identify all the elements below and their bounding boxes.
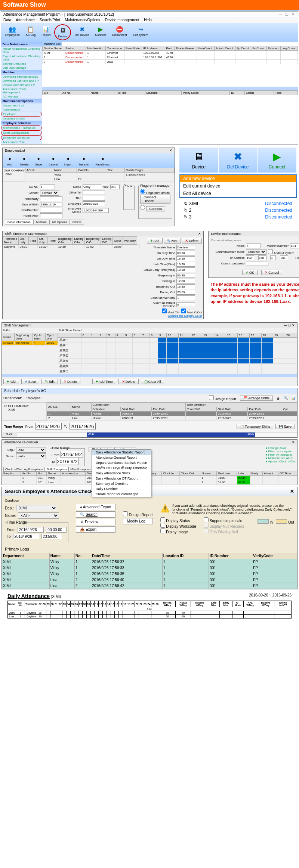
col-header[interactable]: IP Address: [142, 46, 165, 51]
menu-search[interactable]: Search/Print: [40, 18, 60, 22]
name-select[interactable]: <All>: [16, 453, 46, 459]
advanced-export-button[interactable]: ♦ Advanced Export: [76, 504, 115, 510]
col-header[interactable]: Auto-Assign: [61, 471, 85, 476]
col-header[interactable]: Ending C/In: [73, 237, 85, 245]
nationality-input[interactable]: [40, 196, 62, 201]
col-header[interactable]: Log Count: [280, 46, 298, 51]
sex-input[interactable]: [110, 185, 120, 189]
menu-help[interactable]: Help: [144, 18, 152, 22]
ip-3[interactable]: [270, 255, 276, 260]
simple-calc-checkbox[interactable]: [204, 517, 209, 522]
side-link[interactable]: ● Maintenance AL/BL: [266, 456, 296, 460]
connect-button[interactable]: ▶Connect: [258, 148, 297, 173]
sidebar-item[interactable]: AC Manage: [1, 94, 42, 99]
connect-device-button[interactable]: Connect Device: [140, 195, 170, 204]
gender-select[interactable]: Female: [40, 190, 59, 196]
add-button[interactable]: + Add: [3, 379, 19, 384]
col-header[interactable]: Status: [64, 46, 86, 51]
col-header[interactable]: UserCount: [197, 46, 215, 51]
android-checkbox[interactable]: [268, 249, 273, 254]
cancel-button[interactable]: ✕Cancel: [261, 270, 282, 275]
col-header[interactable]: Name: [89, 91, 117, 95]
add-time-button[interactable]: + Add Time: [92, 379, 116, 384]
col-header[interactable]: Comm type: [105, 46, 124, 51]
col-header[interactable]: Off-duty: [38, 237, 48, 245]
office-input[interactable]: [83, 190, 105, 195]
search-name-select[interactable]: <All>: [18, 512, 59, 519]
sidebar-item[interactable]: Upload user info and FP: [1, 83, 42, 87]
employee-grid[interactable]: AC No.NameCardNoTitleMobile/PagerVicky1.…: [25, 168, 175, 182]
col-header[interactable]: Color: [112, 237, 123, 245]
report-menu-item[interactable]: Daily Attendance Statistic Report: [92, 450, 151, 455]
acno-input[interactable]: [40, 185, 55, 189]
device-row[interactable]: ↻ XIMIDisconnected: [180, 200, 296, 207]
employees-button[interactable]: 👥Employees: [3, 24, 22, 40]
col-header[interactable]: Clock Out: [179, 471, 200, 476]
calc-tab[interactable]: Shift Exception: [45, 467, 68, 472]
design-report-checkbox[interactable]: [209, 395, 214, 400]
emp-tab[interactable]: Addition: [33, 220, 49, 224]
col-header[interactable]: Verify Mode: [182, 91, 230, 95]
bout-input[interactable]: [176, 284, 195, 289]
report-menu-item[interactable]: Attendance General Report: [92, 455, 151, 460]
mobile-input[interactable]: [83, 208, 109, 213]
minimize-icon[interactable]: —: [278, 12, 283, 16]
col-header[interactable]: Late: [237, 471, 250, 476]
calc-tab[interactable]: Misc Exception: [68, 467, 92, 472]
col-header[interactable]: Clock In: [162, 471, 180, 476]
col-header[interactable]: Time: [28, 237, 37, 245]
maximize-icon[interactable]: ☐: [288, 323, 291, 327]
close-icon[interactable]: ✕: [198, 232, 201, 236]
col-header[interactable]: Fc Count: [251, 46, 267, 51]
connect2-button[interactable]: Connect: [146, 206, 166, 211]
ip-4[interactable]: [280, 255, 288, 260]
bin-input[interactable]: [176, 273, 195, 278]
calc-to-input[interactable]: [56, 458, 78, 465]
col-header[interactable]: Early: [250, 471, 262, 476]
sidebar-item[interactable]: Export Attendance Checking Data: [1, 54, 42, 62]
machine-number-input[interactable]: [290, 244, 299, 248]
on-input[interactable]: [176, 251, 195, 255]
col-header[interactable]: Time: [274, 91, 298, 95]
close-icon[interactable]: ✕: [169, 149, 172, 152]
modify-log-button[interactable]: Modify Log: [123, 518, 153, 524]
name-input[interactable]: [83, 185, 101, 189]
close-icon[interactable]: ✕: [290, 12, 296, 16]
delete-button[interactable]: ✕Delete: [182, 238, 202, 244]
col-header[interactable]: OT Time: [278, 471, 297, 476]
side-link[interactable]: ● Append Clock In/Out: [266, 460, 296, 463]
search-from-date[interactable]: [18, 527, 44, 533]
col-header[interactable]: ID: [230, 91, 244, 95]
emp-tab[interactable]: AC Options: [49, 220, 70, 224]
col-header[interactable]: No.: [37, 471, 47, 476]
device-row[interactable]: ↻ 3Disconnected: [180, 214, 296, 220]
cmo-input[interactable]: [176, 302, 195, 307]
delete-button[interactable]: ●Delete: [18, 154, 31, 167]
col-header[interactable]: Timetable Name: [3, 237, 19, 245]
timetable-grid[interactable]: Timetable NameOn-dutyTimeOff-dutyTimeBeg…: [3, 236, 140, 249]
close-icon[interactable]: ✕: [292, 323, 295, 327]
eout-input[interactable]: [176, 290, 195, 295]
post-button[interactable]: ✎Post: [164, 238, 181, 244]
sidebar-item[interactable]: Download attendance logs: [1, 75, 42, 79]
mci-checkbox[interactable]: [162, 309, 167, 313]
del-device-button[interactable]: ✖Del Device: [73, 24, 92, 40]
print-icon[interactable]: 🖨: [277, 396, 280, 400]
tree-child[interactable]: XIMI: [4, 408, 45, 412]
search-from-time[interactable]: [46, 527, 67, 533]
preview-button[interactable]: 🗎 Preview: [76, 519, 115, 525]
late-input[interactable]: [176, 262, 195, 267]
col-header[interactable]: Beginning Date: [14, 333, 33, 341]
device-row[interactable]: ↻ 2Disconnected: [180, 207, 296, 214]
col-header[interactable]: Beginning C/O: [85, 237, 101, 245]
menu-edit-all[interactable]: Edit All device: [180, 190, 296, 197]
del-device-button[interactable]: ✖Del Device: [219, 148, 258, 173]
col-header[interactable]: Machine: [145, 91, 182, 95]
col-header[interactable]: Title: [106, 168, 124, 173]
search-button[interactable]: 🔍 Search: [76, 511, 115, 518]
sidebar-item[interactable]: Attendance Photo Management: [1, 87, 42, 94]
col-header[interactable]: On-duty: [18, 237, 28, 245]
opt-checkbox[interactable]: [160, 528, 165, 533]
card-input[interactable]: [40, 208, 62, 213]
exit-system-button[interactable]: ↪Exit system: [131, 24, 151, 40]
